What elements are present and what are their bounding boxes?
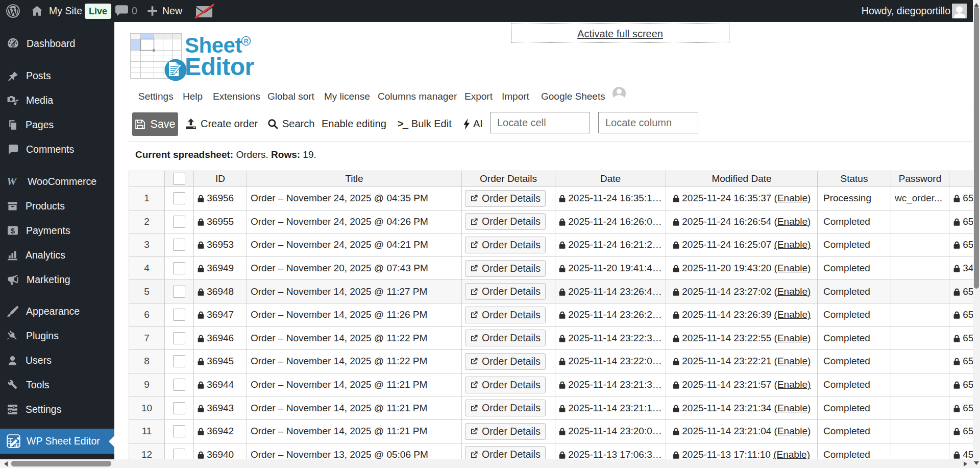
svg-text:$: $ (11, 227, 15, 235)
svg-text:W: W (7, 176, 17, 187)
svg-text:R: R (244, 38, 249, 45)
svg-text:Editor: Editor (185, 53, 254, 80)
